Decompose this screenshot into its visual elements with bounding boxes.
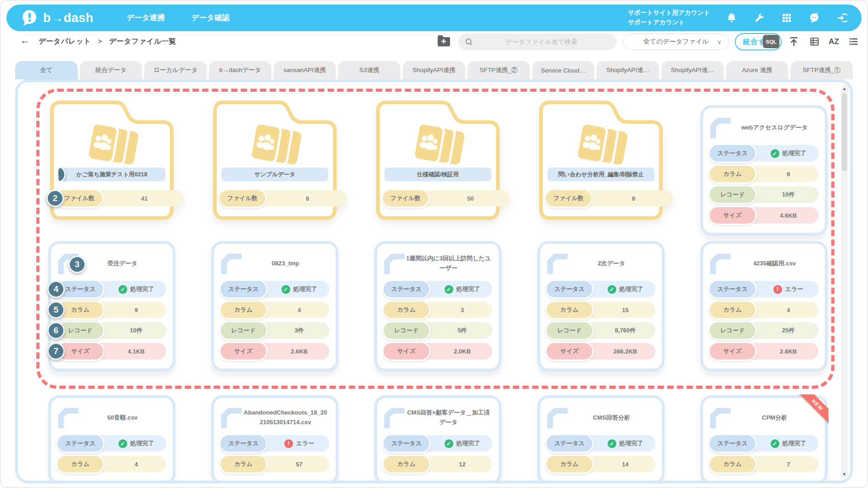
check-circle-icon [771, 149, 779, 158]
upload-icon[interactable] [787, 35, 800, 48]
size-row: サイズ 4.6KB [710, 207, 818, 224]
folder-card[interactable]: 1 かご落ち施策テスト用0218 2 ファイル数 41 [48, 99, 175, 223]
status-value: 処理完了 [783, 439, 806, 448]
status-row: ステータス 処理完了 [383, 281, 492, 297]
column-value: 9 [758, 166, 818, 182]
status-label: ステータス [56, 434, 105, 453]
record-value: 5件 [432, 322, 492, 339]
status-value: 処理完了 [783, 149, 806, 157]
bell-icon[interactable] [726, 12, 738, 24]
file-count-row: ファイル数 8 [546, 190, 673, 207]
folder-add-icon[interactable] [436, 34, 451, 50]
account-info[interactable]: サポートサイト用アカウント サポートアカウント [628, 8, 710, 28]
status-row: 4 ステータス 処理完了 [57, 281, 166, 297]
file-count-value: 50 [431, 190, 510, 207]
status-label: ステータス [708, 434, 757, 453]
status-label: ステータス [545, 280, 594, 299]
search-input[interactable] [473, 38, 610, 46]
annotation-badge-1: 1 [58, 168, 66, 181]
file-card[interactable]: 1週間以内に3回以上訪問したユーザー ステータス 処理完了 カラム 3 レコード… [374, 241, 502, 371]
column-row: カラム 3 [383, 302, 492, 318]
annotation-badge-4: 4 [47, 280, 65, 298]
file-card[interactable]: CMS回答分析 ステータス 処理完了 カラム 14 [537, 395, 665, 483]
column-value: 3 [432, 302, 492, 318]
file-card[interactable]: CMS回答×顧客データ＿加工済データ ステータス 処理完了 カラム 12 [374, 395, 502, 483]
file-name: CMS回答分析 [568, 413, 655, 423]
file-name: 50音順.csv [79, 413, 166, 423]
mascot-chat-icon[interactable] [808, 12, 820, 24]
folder-card[interactable]: 問い合わせ分析用_編集/削除禁止 ファイル数 8 [537, 99, 665, 223]
status-row: ステータス 処理完了 [220, 281, 329, 297]
sql-icon[interactable]: SQL [763, 35, 779, 48]
back-button[interactable]: ← [20, 35, 30, 46]
size-row: 7 サイズ 4.1KB [57, 343, 166, 359]
file-icon [57, 407, 79, 428]
file-card[interactable]: AbandonedCheckouts_18_20210513014714.csv… [211, 395, 338, 483]
folder-card[interactable]: 仕様確認/検証用 ファイル数 50 [374, 99, 502, 223]
toolbar: ← データパレット > データファイル一覧 全てのデータファイル ∨ 統合する … [0, 31, 868, 52]
tab-local-data[interactable]: ローカルデータ [144, 61, 207, 79]
file-card[interactable]: 2次データ ステータス 処理完了 カラム 15 レコード 8,760件 サイズ … [537, 241, 665, 371]
list-view-icon[interactable] [847, 35, 860, 48]
file-card[interactable]: 3 受注データ 4 ステータス 処理完了 5 カラム 9 6 レコード 10件 [48, 241, 175, 371]
file-count-label: ファイル数 [544, 189, 593, 208]
bdash-logo[interactable]: b→dash [20, 9, 94, 27]
size-row: サイズ 266.2KB [547, 343, 655, 359]
file-card[interactable]: webアクセスログデータ ステータス 処理完了 カラム 9 レコード 10件 サ… [700, 105, 828, 236]
nav-data-check[interactable]: データ確認 [192, 13, 230, 23]
tab-service-cloud[interactable]: Service Cloud… [532, 61, 595, 79]
file-card[interactable]: 0823_tmp ステータス 処理完了 カラム 4 レコード 3件 サイズ 2.… [211, 241, 338, 371]
sort-az-icon[interactable]: AZ [829, 37, 839, 46]
tab-azure[interactable]: Azure 連携 [726, 61, 789, 79]
tab-shopify-api-3[interactable]: ShopifyAPI連… [661, 61, 724, 79]
table-icon[interactable] [808, 35, 821, 48]
tab-all[interactable]: 全て [15, 61, 78, 79]
file-card[interactable]: NEW CPM分析 ステータス 処理完了 カラム 7 [700, 395, 828, 483]
column-row: カラム 14 [547, 456, 655, 472]
folder-stack-icon [82, 123, 142, 170]
scroll-down-icon[interactable]: ▼ [841, 472, 848, 477]
tab-integrated-data[interactable]: 統合データ [80, 61, 142, 79]
status-row: ステータス エラー [710, 281, 818, 297]
file-filter-select[interactable]: 全てのデータファイル ∨ [623, 34, 729, 50]
chevron-down-icon: ∨ [717, 39, 721, 45]
column-value: 4 [106, 456, 166, 472]
record-label: レコード [545, 321, 594, 340]
tab-s3[interactable]: S3連携 [338, 61, 400, 79]
file-name: AbandonedCheckouts_18_20210513014714.csv [242, 408, 329, 427]
status-row: ステータス 処理完了 [383, 435, 492, 452]
tab-sansan-api[interactable]: sansanAPI連携 [274, 61, 336, 79]
scroll-up-icon[interactable]: ▲ [841, 86, 848, 91]
tab-shopify-api-2[interactable]: ShopifyAPI連… [597, 61, 659, 79]
tab-sftp-1[interactable]: SFTP連携_① [790, 61, 853, 79]
tab-shopify-api[interactable]: ShopifyAPI連携 [403, 61, 465, 79]
breadcrumb-data-palette[interactable]: データパレット [39, 37, 91, 45]
file-name: webアクセスログデータ [731, 123, 818, 133]
file-icon [220, 407, 242, 428]
folder-card[interactable]: サンプルデータ ファイル数 8 [211, 99, 338, 223]
folder-name: サンプルデータ [221, 168, 328, 181]
new-ribbon: NEW [795, 394, 829, 427]
scrollbar[interactable]: ▲ ▼ [841, 85, 848, 478]
scrollbar-thumb[interactable] [842, 93, 847, 171]
file-name: 2次データ [568, 259, 655, 269]
tab-bdash-data[interactable]: b→dashデータ [209, 61, 271, 79]
wrench-icon[interactable] [753, 12, 765, 24]
tab-sftp-2[interactable]: SFTP連携_② [468, 61, 530, 79]
file-list-panel: ▲ ▼ 1 かご落ち施策テスト用0218 2 ファイル数 41 [15, 79, 853, 483]
annotation-badge-6: 6 [47, 322, 65, 339]
check-circle-icon [118, 285, 127, 294]
app-grid-icon[interactable] [781, 12, 793, 24]
nav-data-link[interactable]: データ連携 [127, 13, 165, 23]
record-row: レコード 10件 [710, 186, 818, 203]
logout-icon[interactable] [836, 12, 848, 24]
status-value: 処理完了 [130, 285, 154, 293]
status-value: 処理完了 [620, 439, 643, 448]
file-card[interactable]: 50音順.csv ステータス 処理完了 カラム 4 [48, 395, 175, 483]
file-icon [220, 253, 242, 274]
status-label: ステータス [382, 280, 431, 299]
file-card[interactable]: 4235確認用.csv ステータス エラー カラム 4 レコード 25件 サイズ… [700, 241, 828, 371]
check-circle-icon [118, 439, 127, 448]
record-row: レコード 5件 [383, 322, 492, 339]
column-label: カラム [708, 164, 757, 184]
